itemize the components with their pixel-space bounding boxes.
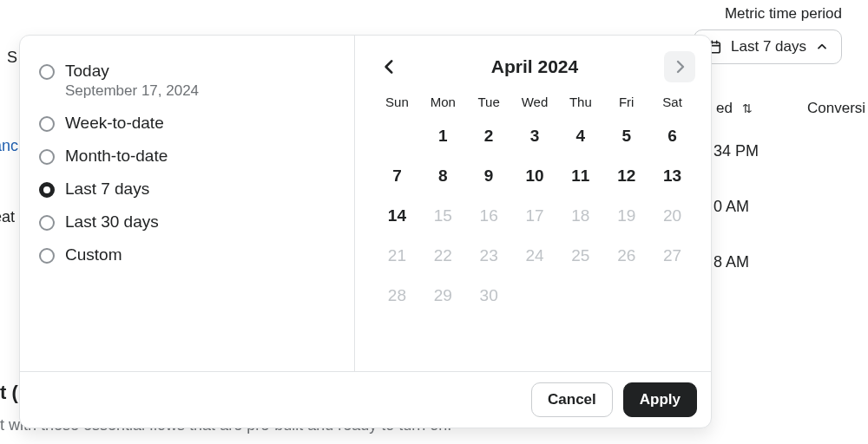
calendar-dow: Fri bbox=[603, 95, 649, 109]
cancel-button[interactable]: Cancel bbox=[531, 382, 613, 417]
calendar-day: 27 bbox=[649, 243, 695, 269]
metric-time-period-label: Metric time period bbox=[725, 5, 842, 23]
preset-label: Last 7 days bbox=[65, 180, 149, 199]
calendar-day[interactable]: 14 bbox=[374, 203, 420, 229]
sort-icon[interactable]: ⇅ bbox=[742, 101, 751, 115]
calendar-day: 28 bbox=[374, 283, 420, 309]
column-header-conversi: Conversi bbox=[807, 100, 865, 117]
preset-label: Week-to-date bbox=[65, 114, 164, 133]
calendar-day: 26 bbox=[603, 243, 649, 269]
calendar-day: 22 bbox=[420, 243, 466, 269]
calendar-day[interactable]: 1 bbox=[420, 123, 466, 149]
radio-icon bbox=[39, 182, 55, 198]
bg-fragment: S bbox=[7, 49, 17, 67]
calendar-day: 16 bbox=[466, 203, 512, 229]
calendar-dow: Mon bbox=[420, 95, 466, 109]
preset-l30[interactable]: Last 30 days bbox=[36, 206, 339, 238]
chevron-up-icon bbox=[815, 40, 829, 54]
calendar-dow: Sun bbox=[374, 95, 420, 109]
calendar-day[interactable]: 5 bbox=[603, 123, 649, 149]
preset-label: Today bbox=[65, 62, 199, 81]
preset-label: Month-to-date bbox=[65, 147, 168, 166]
calendar-day[interactable]: 13 bbox=[649, 163, 695, 189]
radio-icon bbox=[39, 64, 55, 80]
calendar-day: 15 bbox=[420, 203, 466, 229]
metric-time-period-text: Last 7 days bbox=[731, 38, 806, 56]
calendar-next-button bbox=[664, 51, 695, 82]
calendar-dow: Thu bbox=[557, 95, 603, 109]
preset-list: TodaySeptember 17, 2024Week-to-dateMonth… bbox=[20, 36, 355, 371]
calendar-day[interactable]: 8 bbox=[420, 163, 466, 189]
calendar-day[interactable]: 9 bbox=[466, 163, 512, 189]
radio-icon bbox=[39, 116, 55, 132]
date-range-popover: TodaySeptember 17, 2024Week-to-dateMonth… bbox=[19, 35, 712, 428]
bg-fragment: eat bbox=[0, 208, 15, 226]
calendar-day: 25 bbox=[557, 243, 603, 269]
calendar-day[interactable]: 3 bbox=[512, 123, 558, 149]
preset-mtd[interactable]: Month-to-date bbox=[36, 140, 339, 173]
preset-wtd[interactable]: Week-to-date bbox=[36, 107, 339, 140]
calendar-day: 17 bbox=[512, 203, 558, 229]
calendar: April 2024 SunMonTueWedThuFriSat12345678… bbox=[355, 36, 711, 371]
chevron-right-icon bbox=[671, 58, 688, 75]
radio-icon bbox=[39, 149, 55, 165]
metric-time-period-button[interactable]: Last 7 days bbox=[694, 29, 842, 64]
calendar-dow: Sat bbox=[649, 95, 695, 109]
radio-icon bbox=[39, 248, 55, 264]
preset-l7[interactable]: Last 7 days bbox=[36, 173, 339, 206]
calendar-day[interactable]: 4 bbox=[557, 123, 603, 149]
calendar-day[interactable]: 2 bbox=[466, 123, 512, 149]
preset-custom[interactable]: Custom bbox=[36, 238, 339, 271]
calendar-day: 30 bbox=[466, 283, 512, 309]
calendar-day[interactable]: 11 bbox=[557, 163, 603, 189]
table-row-time: 8 AM bbox=[713, 253, 749, 271]
radio-icon bbox=[39, 215, 55, 231]
bg-fragment: anc bbox=[0, 137, 18, 155]
calendar-day[interactable]: 12 bbox=[603, 163, 649, 189]
bg-heading-fragment: t ( bbox=[0, 382, 18, 404]
calendar-day: 24 bbox=[512, 243, 558, 269]
calendar-title: April 2024 bbox=[491, 56, 578, 77]
calendar-day: 18 bbox=[557, 203, 603, 229]
preset-label: Custom bbox=[65, 245, 122, 264]
calendar-day: 20 bbox=[649, 203, 695, 229]
calendar-day: 29 bbox=[420, 283, 466, 309]
calendar-day: 19 bbox=[603, 203, 649, 229]
column-header-edited: ed bbox=[716, 100, 733, 116]
table-row-time: 34 PM bbox=[713, 142, 759, 160]
calendar-day[interactable]: 6 bbox=[649, 123, 695, 149]
table-row-time: 0 AM bbox=[713, 198, 749, 216]
calendar-dow: Wed bbox=[512, 95, 558, 109]
preset-today[interactable]: TodaySeptember 17, 2024 bbox=[36, 55, 339, 107]
preset-label: Last 30 days bbox=[65, 212, 159, 232]
chevron-left-icon bbox=[380, 57, 399, 76]
preset-sublabel: September 17, 2024 bbox=[65, 82, 199, 100]
calendar-dow: Tue bbox=[466, 95, 512, 109]
calendar-day: 21 bbox=[374, 243, 420, 269]
calendar-day: 23 bbox=[466, 243, 512, 269]
popover-actions: Cancel Apply bbox=[20, 371, 711, 428]
calendar-day[interactable]: 7 bbox=[374, 163, 420, 189]
calendar-prev-button[interactable] bbox=[374, 51, 405, 82]
apply-button[interactable]: Apply bbox=[623, 382, 697, 417]
calendar-day[interactable]: 10 bbox=[512, 163, 558, 189]
